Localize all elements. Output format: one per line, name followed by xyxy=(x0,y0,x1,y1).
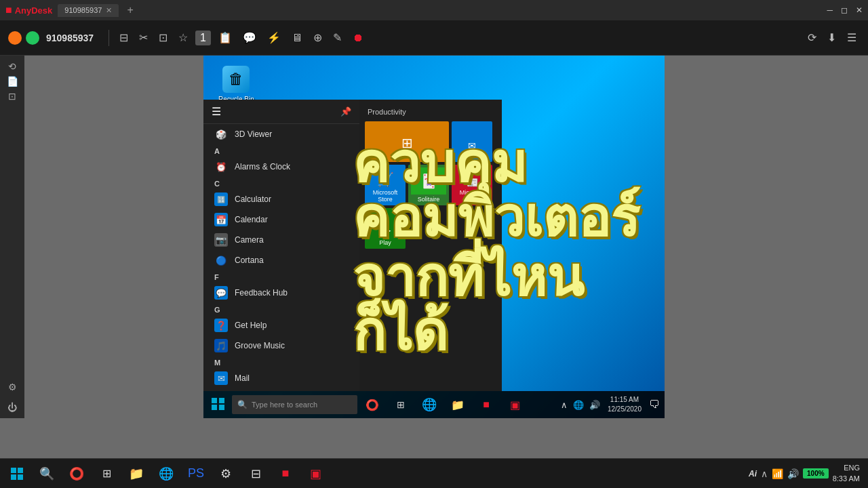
toolbar-pen-icon[interactable]: ✎ xyxy=(330,28,345,47)
office-tile-label: Office xyxy=(399,152,414,159)
store-tile-icon: 🛒 xyxy=(377,171,394,188)
left-grey-area xyxy=(0,56,203,418)
toolbar-lightning-icon[interactable]: ⚡ xyxy=(264,28,284,47)
host-extra2: ⊟ xyxy=(251,466,261,481)
host-red-icon[interactable]: ▣ xyxy=(301,460,330,487)
app-item-cortana[interactable]: 🔵 Cortana xyxy=(203,250,359,270)
toolbar-window-icon[interactable]: ⊡ xyxy=(155,28,171,47)
toolbar-history-icon[interactable]: ⟳ xyxy=(804,28,820,47)
edge-tb-icon: 🌐 xyxy=(422,397,437,412)
toolbar-chat-icon[interactable]: 💬 xyxy=(239,28,260,47)
anydesk-logo-icon: ■ xyxy=(5,4,12,16)
recycle-bin-icon[interactable]: 🗑 Recycle Bin xyxy=(218,66,254,103)
tray-sound-icon[interactable]: 🔊 xyxy=(587,400,602,410)
app-item-calendar[interactable]: 📅 Calendar xyxy=(203,209,359,230)
minimize-icon[interactable]: ─ xyxy=(827,5,833,15)
host-taskview-icon[interactable]: ⊞ xyxy=(92,460,121,487)
win10-tb-taskview[interactable]: ⊞ xyxy=(387,392,414,417)
toolbar-cut-icon[interactable]: ✂ xyxy=(136,28,151,47)
win10-clock[interactable]: 11:15 AM 12/25/2020 xyxy=(604,395,646,414)
tray-chevron-icon[interactable]: ∧ xyxy=(559,400,570,410)
close-tab-icon[interactable]: ✕ xyxy=(106,6,112,15)
toolbar-file-icon[interactable]: 📋 xyxy=(215,28,235,47)
tray-network-icon[interactable]: 🌐 xyxy=(571,400,586,410)
toolbar-star-icon[interactable]: ☆ xyxy=(175,28,191,47)
host-anydesk: ■ xyxy=(282,466,290,481)
host-browser: 🌐 xyxy=(159,466,174,481)
pin-icon[interactable]: 📌 xyxy=(340,106,351,117)
store-tile[interactable]: 🛒 Microsoft Store xyxy=(365,165,406,205)
win10-search-placeholder: Type here to search xyxy=(252,401,317,409)
tiles-section-label: Productivity xyxy=(365,105,496,119)
toolbar-download-icon[interactable]: ⬇ xyxy=(824,28,840,47)
toolbar-record-icon[interactable]: ⏺ xyxy=(349,29,367,47)
host-taskbar: 🔍 ⭕ ⊞ 📁 🌐 PS ⚙ ⊟ ■ ▣ Ai xyxy=(0,458,868,488)
hamburger-menu-icon[interactable]: ☰ xyxy=(212,105,221,118)
win10-tb-explorer[interactable]: 📁 xyxy=(444,392,471,417)
host-browser-icon[interactable]: 🌐 xyxy=(152,460,180,487)
news-tile[interactable]: 📰 Microsoft News xyxy=(452,165,492,205)
host-explorer-icon[interactable]: 📁 xyxy=(122,460,151,487)
add-tab-icon[interactable]: + xyxy=(127,4,133,16)
win10-start-button[interactable] xyxy=(206,392,231,417)
news-tile-icon: 📰 xyxy=(467,177,478,188)
section-letter-a: A xyxy=(203,144,359,157)
host-extra2-icon[interactable]: ⊟ xyxy=(241,460,270,487)
toolbar-screenshot-icon[interactable]: ⊟ xyxy=(116,28,132,47)
win10-tb-edge[interactable]: 🌐 xyxy=(416,392,443,417)
app-icon-feedback: 💬 xyxy=(214,286,228,300)
sidebar-icon-2[interactable]: 📄 xyxy=(7,76,18,87)
tab-session-id: 910985937 xyxy=(64,6,102,14)
host-tray-chevron[interactable]: ∧ xyxy=(761,468,768,479)
mail-tile[interactable]: ✉ Mail xyxy=(452,121,492,162)
win10-notification-icon[interactable]: 🗨 xyxy=(647,399,662,411)
app-item-camera[interactable]: 📷 Camera xyxy=(203,230,359,250)
app-item-calculator[interactable]: 🔢 Calculator xyxy=(203,189,359,209)
app-item-mail[interactable]: ✉ Mail xyxy=(203,368,359,388)
toolbar-monitor-icon[interactable]: 🖥 xyxy=(288,29,306,47)
session-id-label: 910985937 xyxy=(46,33,94,43)
win10-tb-anydesk-remote[interactable]: ■ xyxy=(473,392,500,417)
app-label-get-help: Get Help xyxy=(235,321,267,330)
connection-status-green xyxy=(26,31,39,45)
win10-search-bar[interactable]: 🔍 Type here to search xyxy=(232,395,357,414)
sidebar-icon-1[interactable]: ⟲ xyxy=(8,61,16,72)
host-tray-network[interactable]: 📶 xyxy=(772,468,783,479)
win10-tb-cortana[interactable]: ⭕ xyxy=(359,392,386,417)
host-search-icon[interactable]: 🔍 xyxy=(33,460,61,487)
sidebar-settings-icon[interactable]: ⚙ xyxy=(8,382,17,392)
play-tile[interactable]: ▶ Play xyxy=(365,208,406,249)
host-cortana-icon[interactable]: ⭕ xyxy=(62,460,91,487)
app-item-alarms[interactable]: ⏰ Alarms & Clock xyxy=(203,157,359,177)
section-letter-c: C xyxy=(203,177,359,189)
host-extra1-icon[interactable]: ⚙ xyxy=(212,460,240,487)
host-clock[interactable]: ENG 8:33 AM xyxy=(833,463,860,484)
toolbar-one-icon[interactable]: 1 xyxy=(195,30,211,45)
sidebar-power-icon[interactable]: ⏻ xyxy=(7,402,17,413)
app-item-3d-viewer[interactable]: 🎲 3D Viewer xyxy=(203,124,359,144)
sidebar-icon-3[interactable]: ⊡ xyxy=(8,91,16,102)
office-tile[interactable]: ⊞ Office xyxy=(365,121,449,162)
win10-tb-extra[interactable]: ▣ xyxy=(501,392,528,417)
host-anydesk-icon[interactable]: ■ xyxy=(271,460,300,487)
tiles-row-3: ▶ Play xyxy=(365,208,496,249)
host-system-tray: Ai ∧ 📶 🔊 100% ENG 8:33 AM xyxy=(749,463,865,484)
app-item-get-help[interactable]: ❓ Get Help xyxy=(203,315,359,336)
toolbar-menu-icon[interactable]: ☰ xyxy=(844,28,860,47)
app-item-feedback[interactable]: 💬 Feedback Hub xyxy=(203,283,359,303)
explorer-tb-icon: 📁 xyxy=(451,399,465,411)
host-language: ENG xyxy=(833,463,860,473)
anydesk-left-sidebar: ⟲ 📄 ⊡ ⚙ ⏻ xyxy=(0,56,24,418)
solitaire-tile-label: Solitaire xyxy=(418,196,440,203)
host-tray-sound[interactable]: 🔊 xyxy=(787,468,799,479)
toolbar-plus-icon[interactable]: ⊕ xyxy=(310,28,326,47)
app-icon-camera: 📷 xyxy=(214,233,228,247)
solitaire-tile[interactable]: 🃏 Solitaire xyxy=(408,165,449,205)
host-ps-icon[interactable]: PS xyxy=(182,460,210,487)
app-item-groove-music[interactable]: 🎵 Groove Music xyxy=(203,336,359,356)
host-start-button[interactable] xyxy=(3,460,31,487)
close-icon[interactable]: ✕ xyxy=(856,5,863,15)
app-label-alarms: Alarms & Clock xyxy=(235,162,290,171)
anydesk-tab[interactable]: 910985937 ✕ xyxy=(58,4,119,17)
maximize-icon[interactable]: ◻ xyxy=(841,5,848,15)
